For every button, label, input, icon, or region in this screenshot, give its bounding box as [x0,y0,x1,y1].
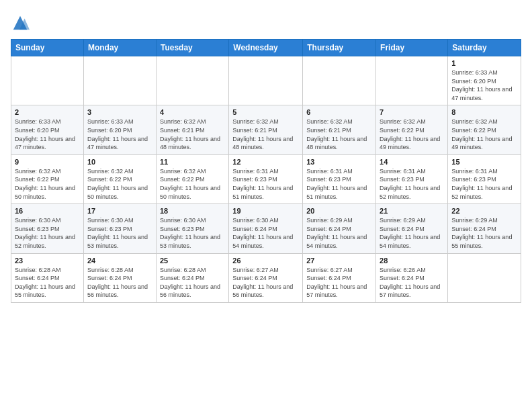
day-number: 28 [380,257,444,265]
logo [11,13,32,32]
logo-icon [11,13,30,32]
day-number: 23 [15,257,80,265]
day-info: Sunrise: 6:32 AM Sunset: 6:22 PM Dayligh… [451,118,517,151]
day-number: 24 [87,257,152,265]
calendar-header-thursday: Thursday [303,40,376,56]
day-number: 5 [232,108,299,116]
page-header [11,11,521,32]
calendar-cell [376,56,448,105]
day-number: 21 [380,207,444,215]
day-info: Sunrise: 6:29 AM Sunset: 6:24 PM Dayligh… [306,216,372,250]
calendar-header-row: SundayMondayTuesdayWednesdayThursdayFrid… [11,40,521,56]
day-number: 15 [451,158,517,166]
day-number: 27 [306,257,372,265]
calendar-table: SundayMondayTuesdayWednesdayThursdayFrid… [11,39,521,303]
calendar-cell: 7Sunrise: 6:32 AM Sunset: 6:22 PM Daylig… [376,105,448,154]
day-number: 14 [380,158,444,166]
calendar-cell: 16Sunrise: 6:30 AM Sunset: 6:23 PM Dayli… [11,204,84,253]
calendar-cell: 14Sunrise: 6:31 AM Sunset: 6:23 PM Dayli… [376,154,448,203]
calendar-header-friday: Friday [376,40,448,56]
calendar-cell [448,253,521,302]
day-info: Sunrise: 6:32 AM Sunset: 6:22 PM Dayligh… [160,167,225,201]
day-info: Sunrise: 6:31 AM Sunset: 6:23 PM Dayligh… [380,167,444,201]
day-info: Sunrise: 6:31 AM Sunset: 6:23 PM Dayligh… [306,167,372,201]
day-number: 3 [87,108,152,116]
day-number: 13 [306,158,372,166]
day-info: Sunrise: 6:29 AM Sunset: 6:24 PM Dayligh… [451,216,517,250]
day-number: 22 [451,207,517,215]
calendar-cell: 10Sunrise: 6:32 AM Sunset: 6:22 PM Dayli… [83,154,156,203]
calendar-cell: 13Sunrise: 6:31 AM Sunset: 6:23 PM Dayli… [303,154,376,203]
day-info: Sunrise: 6:28 AM Sunset: 6:24 PM Dayligh… [15,266,80,300]
calendar-week-4: 16Sunrise: 6:30 AM Sunset: 6:23 PM Dayli… [11,204,521,253]
calendar-header-sunday: Sunday [11,40,84,56]
day-info: Sunrise: 6:33 AM Sunset: 6:20 PM Dayligh… [87,118,152,151]
day-info: Sunrise: 6:29 AM Sunset: 6:24 PM Dayligh… [380,216,444,250]
day-info: Sunrise: 6:32 AM Sunset: 6:22 PM Dayligh… [87,167,152,201]
calendar-cell: 20Sunrise: 6:29 AM Sunset: 6:24 PM Dayli… [303,204,376,253]
calendar-cell: 5Sunrise: 6:32 AM Sunset: 6:21 PM Daylig… [229,105,303,154]
calendar-cell [229,56,303,105]
day-number: 4 [160,108,225,116]
calendar-cell: 11Sunrise: 6:32 AM Sunset: 6:22 PM Dayli… [156,154,228,203]
calendar-week-5: 23Sunrise: 6:28 AM Sunset: 6:24 PM Dayli… [11,253,521,302]
day-number: 18 [160,207,225,215]
day-number: 11 [160,158,225,166]
day-number: 1 [451,59,517,67]
calendar-cell [83,56,156,105]
day-info: Sunrise: 6:27 AM Sunset: 6:24 PM Dayligh… [232,266,299,300]
day-info: Sunrise: 6:28 AM Sunset: 6:24 PM Dayligh… [87,266,152,300]
calendar-cell: 4Sunrise: 6:32 AM Sunset: 6:21 PM Daylig… [156,105,228,154]
day-info: Sunrise: 6:26 AM Sunset: 6:24 PM Dayligh… [380,266,444,300]
calendar-cell: 24Sunrise: 6:28 AM Sunset: 6:24 PM Dayli… [83,253,156,302]
day-info: Sunrise: 6:32 AM Sunset: 6:21 PM Dayligh… [160,118,225,151]
calendar-cell: 27Sunrise: 6:27 AM Sunset: 6:24 PM Dayli… [303,253,376,302]
calendar-cell: 2Sunrise: 6:33 AM Sunset: 6:20 PM Daylig… [11,105,84,154]
day-number: 25 [160,257,225,265]
calendar-header-saturday: Saturday [448,40,521,56]
calendar-cell: 22Sunrise: 6:29 AM Sunset: 6:24 PM Dayli… [448,204,521,253]
calendar-cell: 9Sunrise: 6:32 AM Sunset: 6:22 PM Daylig… [11,154,84,203]
day-info: Sunrise: 6:30 AM Sunset: 6:23 PM Dayligh… [160,216,225,250]
day-info: Sunrise: 6:30 AM Sunset: 6:23 PM Dayligh… [87,216,152,250]
calendar-header-tuesday: Tuesday [156,40,228,56]
day-info: Sunrise: 6:33 AM Sunset: 6:20 PM Dayligh… [451,68,517,102]
day-info: Sunrise: 6:28 AM Sunset: 6:24 PM Dayligh… [160,266,225,300]
day-info: Sunrise: 6:32 AM Sunset: 6:21 PM Dayligh… [306,118,372,151]
calendar-week-1: 1Sunrise: 6:33 AM Sunset: 6:20 PM Daylig… [11,56,521,105]
calendar-cell [156,56,228,105]
calendar-cell: 3Sunrise: 6:33 AM Sunset: 6:20 PM Daylig… [83,105,156,154]
day-number: 16 [15,207,80,215]
day-number: 2 [15,108,80,116]
calendar-week-2: 2Sunrise: 6:33 AM Sunset: 6:20 PM Daylig… [11,105,521,154]
calendar-cell: 19Sunrise: 6:30 AM Sunset: 6:24 PM Dayli… [229,204,303,253]
calendar-week-3: 9Sunrise: 6:32 AM Sunset: 6:22 PM Daylig… [11,154,521,203]
calendar-cell: 28Sunrise: 6:26 AM Sunset: 6:24 PM Dayli… [376,253,448,302]
day-number: 12 [232,158,299,166]
day-info: Sunrise: 6:30 AM Sunset: 6:23 PM Dayligh… [15,216,80,250]
day-number: 26 [232,257,299,265]
calendar-cell: 8Sunrise: 6:32 AM Sunset: 6:22 PM Daylig… [448,105,521,154]
day-info: Sunrise: 6:32 AM Sunset: 6:22 PM Dayligh… [15,167,80,201]
day-number: 19 [232,207,299,215]
day-info: Sunrise: 6:30 AM Sunset: 6:24 PM Dayligh… [232,216,299,250]
calendar-cell: 1Sunrise: 6:33 AM Sunset: 6:20 PM Daylig… [448,56,521,105]
day-number: 6 [306,108,372,116]
day-number: 17 [87,207,152,215]
day-info: Sunrise: 6:32 AM Sunset: 6:22 PM Dayligh… [380,118,444,151]
calendar-cell: 15Sunrise: 6:31 AM Sunset: 6:23 PM Dayli… [448,154,521,203]
day-number: 7 [380,108,444,116]
day-info: Sunrise: 6:32 AM Sunset: 6:21 PM Dayligh… [232,118,299,151]
day-info: Sunrise: 6:31 AM Sunset: 6:23 PM Dayligh… [451,167,517,201]
calendar-cell [303,56,376,105]
day-info: Sunrise: 6:27 AM Sunset: 6:24 PM Dayligh… [306,266,372,300]
day-info: Sunrise: 6:31 AM Sunset: 6:23 PM Dayligh… [232,167,299,201]
calendar-cell: 23Sunrise: 6:28 AM Sunset: 6:24 PM Dayli… [11,253,84,302]
calendar-cell: 25Sunrise: 6:28 AM Sunset: 6:24 PM Dayli… [156,253,228,302]
calendar-header-monday: Monday [83,40,156,56]
day-number: 9 [15,158,80,166]
calendar-cell: 21Sunrise: 6:29 AM Sunset: 6:24 PM Dayli… [376,204,448,253]
calendar-cell: 12Sunrise: 6:31 AM Sunset: 6:23 PM Dayli… [229,154,303,203]
day-number: 10 [87,158,152,166]
calendar-cell: 17Sunrise: 6:30 AM Sunset: 6:23 PM Dayli… [83,204,156,253]
